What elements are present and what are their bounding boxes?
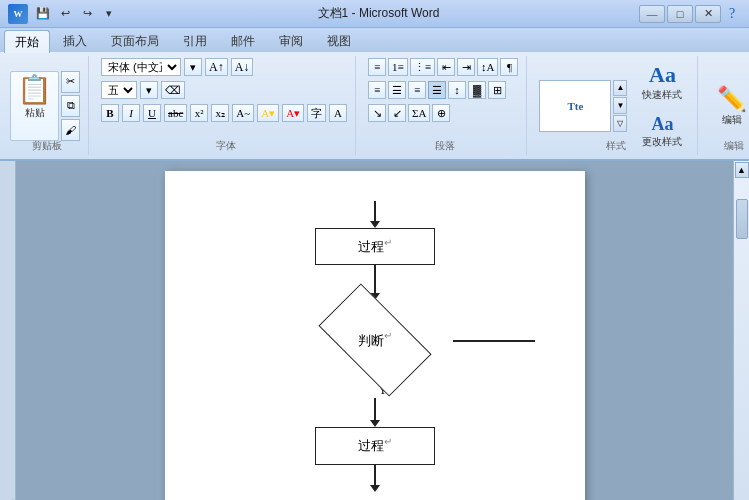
tab-review[interactable]: 审阅 <box>268 29 314 52</box>
undo-qa-btn[interactable]: ↩ <box>56 5 74 23</box>
style-expand[interactable]: ▽ <box>613 115 627 132</box>
ribbon: 开始 插入 页面布局 引用 邮件 审阅 视图 📋 粘贴 ✂ ⧉ 🖌 <box>0 28 749 161</box>
scroll-track <box>734 239 749 500</box>
document-page: 过程↵ 判断↵ <box>165 171 585 500</box>
title-bar: W 💾 ↩ ↪ ▾ 文档1 - Microsoft Word — □ ✕ ? <box>0 0 749 28</box>
tab-mailings[interactable]: 邮件 <box>220 29 266 52</box>
paste-button[interactable]: 📋 粘贴 <box>10 71 59 141</box>
strikethrough-btn[interactable]: abc <box>164 104 187 122</box>
line-spacing-btn[interactable]: ↕ <box>448 81 466 99</box>
para-list-row: ≡ 1≡ ⋮≡ ⇤ ⇥ ↕A ¶ <box>368 58 518 76</box>
vertical-scrollbar[interactable]: ▲ ▼ <box>733 161 749 500</box>
font-color-btn[interactable]: A▾ <box>282 104 304 122</box>
style-scroll-up[interactable]: ▲ <box>613 80 627 97</box>
italic-btn[interactable]: I <box>122 104 140 122</box>
scroll-thumb[interactable] <box>736 199 748 239</box>
styles-group: Tte ▲ ▼ ▽ Aa 快速样式 Aa 更改样式 <box>535 56 698 155</box>
save-qa-btn[interactable]: 💾 <box>34 5 52 23</box>
para-mark-2: ↵ <box>384 436 392 447</box>
indent-btn2[interactable]: ↘ <box>368 104 386 122</box>
close-btn[interactable]: ✕ <box>695 5 721 23</box>
indent-btn3[interactable]: ↙ <box>388 104 406 122</box>
flow-rect-1-text: 过程 <box>358 239 384 254</box>
para-extra-btn[interactable]: ΣA <box>408 104 430 122</box>
change-style-btn[interactable]: Aa 更改样式 <box>635 110 689 153</box>
minimize-btn[interactable]: — <box>639 5 665 23</box>
flow-rect-1: 过程↵ <box>315 228 435 265</box>
sort-btn[interactable]: ↕A <box>477 58 498 76</box>
flowchart: 过程↵ 判断↵ <box>205 191 545 492</box>
char-border-btn[interactable]: 字 <box>307 104 326 122</box>
ribbon-content: 📋 粘贴 ✂ ⧉ 🖌 剪贴板 宋体 (中文正· <box>0 52 749 159</box>
editing-label: 编辑 <box>722 113 742 127</box>
tab-references[interactable]: 引用 <box>172 29 218 52</box>
quick-change-style: Aa 快速样式 Aa 更改样式 <box>635 58 689 153</box>
tab-home[interactable]: 开始 <box>4 30 50 53</box>
font-shrink-btn[interactable]: A↓ <box>231 58 254 76</box>
font-family-select[interactable]: 宋体 (中文正· <box>101 58 181 76</box>
align-left-btn[interactable]: ≡ <box>368 81 386 99</box>
restore-btn[interactable]: □ <box>667 5 693 23</box>
bullets-btn[interactable]: ≡ <box>368 58 386 76</box>
align-center-btn[interactable]: ☰ <box>388 81 406 99</box>
font-expand-btn[interactable]: ▾ <box>184 58 202 76</box>
clear-format-btn[interactable]: ⌫ <box>161 81 185 99</box>
flow-arrowhead-3 <box>370 420 380 427</box>
style-scroll-btns: ▲ ▼ ▽ <box>613 80 627 132</box>
cut-btn[interactable]: ✂ <box>61 71 80 93</box>
shading-btn[interactable]: ▓ <box>468 81 486 99</box>
quick-style-icon: Aa <box>649 62 676 88</box>
style-gallery: Tte ▲ ▼ ▽ <box>539 80 627 132</box>
flow-arrow-4 <box>374 465 376 485</box>
change-style-icon: Aa <box>651 114 673 135</box>
clipboard-small-btns: ✂ ⧉ 🖌 <box>61 71 80 141</box>
subscript-btn[interactable]: x₂ <box>211 104 229 122</box>
flow-arrow-initial <box>374 201 376 221</box>
tab-insert[interactable]: 插入 <box>52 29 98 52</box>
text-effect-btn[interactable]: A~ <box>232 104 254 122</box>
char-shade-btn[interactable]: A <box>329 104 347 122</box>
copy-btn[interactable]: ⧉ <box>61 95 80 117</box>
para-extra-btn2[interactable]: ⊕ <box>432 104 450 122</box>
editing-btn[interactable]: ✏️ 编辑 <box>710 81 749 131</box>
bold-btn[interactable]: B <box>101 104 119 122</box>
decrease-indent-btn[interactable]: ⇤ <box>437 58 455 76</box>
numbering-btn[interactable]: 1≡ <box>388 58 408 76</box>
scroll-up-btn[interactable]: ▲ <box>735 162 749 178</box>
borders-btn[interactable]: ⊞ <box>488 81 506 99</box>
title-bar-left: W 💾 ↩ ↪ ▾ <box>8 4 118 24</box>
quick-style-btn[interactable]: Aa 快速样式 <box>635 58 689 106</box>
tab-view[interactable]: 视图 <box>316 29 362 52</box>
flow-arrowhead-1 <box>370 221 380 228</box>
justify-btn[interactable]: ☰ <box>428 81 446 99</box>
align-right-btn[interactable]: ≡ <box>408 81 426 99</box>
style-scroll-down[interactable]: ▼ <box>613 97 627 114</box>
para-mark-1: ↵ <box>384 237 392 248</box>
multilevel-btn[interactable]: ⋮≡ <box>410 58 435 76</box>
font-size-select[interactable]: 五号 <box>101 81 137 99</box>
para-extra-row: ↘ ↙ ΣA ⊕ <box>368 104 450 122</box>
font-grow-btn[interactable]: A↑ <box>205 58 228 76</box>
format-painter-btn[interactable]: 🖌 <box>61 119 80 141</box>
font-size-expand-btn[interactable]: ▾ <box>140 81 158 99</box>
flow-arrowhead-4 <box>370 485 380 492</box>
window-controls: — □ ✕ ? <box>639 5 741 23</box>
editing-icon: ✏️ <box>717 85 747 113</box>
ribbon-help-btn[interactable]: ? <box>723 5 741 23</box>
tab-page-layout[interactable]: 页面布局 <box>100 29 170 52</box>
superscript-btn[interactable]: x² <box>190 104 208 122</box>
flow-rect-2-text: 过程 <box>358 439 384 454</box>
underline-btn[interactable]: U <box>143 104 161 122</box>
paste-group: 📋 粘贴 ✂ ⧉ 🖌 <box>10 71 80 141</box>
style-preview-normal[interactable]: Tte <box>539 80 611 132</box>
app-icon: W <box>8 4 28 24</box>
customize-qa-btn[interactable]: ▾ <box>100 5 118 23</box>
editing-group: ✏️ 编辑 编辑 <box>706 56 749 155</box>
increase-indent-btn[interactable]: ⇥ <box>457 58 475 76</box>
ribbon-tab-bar: 开始 插入 页面布局 引用 邮件 审阅 视图 <box>0 28 749 52</box>
highlight-btn[interactable]: A▾ <box>257 104 279 122</box>
redo-qa-btn[interactable]: ↪ <box>78 5 96 23</box>
document-main[interactable]: 过程↵ 判断↵ <box>16 161 733 500</box>
show-marks-btn[interactable]: ¶ <box>500 58 518 76</box>
para-align-row: ≡ ☰ ≡ ☰ ↕ ▓ ⊞ <box>368 81 506 99</box>
